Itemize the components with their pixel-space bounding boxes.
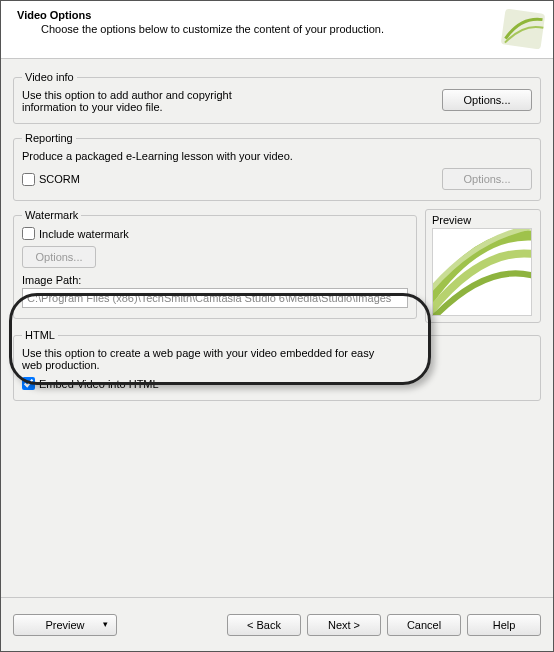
watermark-options-button: Options...: [22, 246, 96, 268]
legend-reporting: Reporting: [22, 132, 76, 144]
page-subtitle: Choose the options below to customize th…: [41, 23, 541, 35]
include-watermark-label: Include watermark: [39, 228, 129, 240]
preview-label: Preview: [432, 214, 534, 226]
wizard-header: Video Options Choose the options below t…: [1, 1, 553, 59]
wizard-footer: Preview ▾ < Back Next > Cancel Help: [1, 597, 553, 651]
scorm-label: SCORM: [39, 173, 80, 185]
next-button[interactable]: Next >: [307, 614, 381, 636]
app-logo-icon: [499, 5, 547, 53]
embed-html-checkbox[interactable]: [22, 377, 35, 390]
reporting-text: Produce a packaged e-Learning lesson wit…: [22, 150, 532, 162]
preview-button-label: Preview: [45, 619, 84, 631]
legend-html: HTML: [22, 329, 58, 341]
legend-watermark: Watermark: [22, 209, 81, 221]
page-title: Video Options: [17, 9, 541, 21]
caret-down-icon: ▾: [103, 619, 108, 629]
video-info-text: Use this option to add author and copyri…: [22, 89, 232, 113]
embed-html-label: Embed Video into HTML: [39, 378, 159, 390]
group-watermark: Watermark Include watermark Options... I…: [13, 209, 417, 319]
preview-dropdown-button[interactable]: Preview ▾: [13, 614, 117, 636]
watermark-preview-image: [432, 228, 532, 316]
wizard-body: Video info Use this option to add author…: [1, 59, 553, 597]
include-watermark-checkbox[interactable]: [22, 227, 35, 240]
group-video-info: Video info Use this option to add author…: [13, 71, 541, 124]
image-path-label: Image Path:: [22, 274, 408, 286]
back-button[interactable]: < Back: [227, 614, 301, 636]
image-path-input: [22, 288, 408, 308]
scorm-checkbox[interactable]: [22, 173, 35, 186]
legend-video-info: Video info: [22, 71, 77, 83]
group-reporting: Reporting Produce a packaged e-Learning …: [13, 132, 541, 201]
group-watermark-preview: Preview: [425, 209, 541, 323]
cancel-button[interactable]: Cancel: [387, 614, 461, 636]
reporting-options-button: Options...: [442, 168, 532, 190]
group-html: HTML Use this option to create a web pag…: [13, 329, 541, 401]
video-info-options-button[interactable]: Options...: [442, 89, 532, 111]
html-text: Use this option to create a web page wit…: [22, 347, 392, 371]
help-button[interactable]: Help: [467, 614, 541, 636]
